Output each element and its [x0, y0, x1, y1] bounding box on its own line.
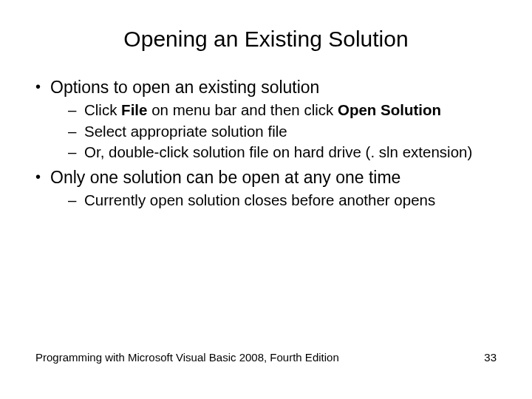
- footer-left: Programming with Microsoft Visual Basic …: [35, 351, 339, 364]
- bullet-1-sub-1: Click File on menu bar and then click Op…: [68, 100, 502, 120]
- bullet-1-sub-2: Select appropriate solution file: [68, 122, 502, 142]
- bullet-2-sub-1: Currently open solution closes before an…: [68, 191, 502, 211]
- slide-title: Opening an Existing Solution: [30, 27, 502, 52]
- bold-file: File: [121, 101, 147, 118]
- bullet-1-text: Options to open an existing solution: [50, 78, 319, 97]
- bullet-1: Options to open an existing solution Cli…: [34, 77, 502, 163]
- text: Click: [84, 101, 121, 118]
- bullet-list: Options to open an existing solution Cli…: [34, 77, 502, 210]
- footer: Programming with Microsoft Visual Basic …: [35, 351, 497, 364]
- bullet-1-sub-3: Or, double-click solution file on hard d…: [68, 143, 502, 163]
- bullet-2-text: Only one solution can be open at any one…: [50, 168, 400, 187]
- bullet-1-sub: Click File on menu bar and then click Op…: [68, 100, 502, 163]
- bullet-2: Only one solution can be open at any one…: [34, 167, 502, 211]
- text: on menu bar and then click: [147, 101, 338, 118]
- page-number: 33: [484, 351, 497, 364]
- bold-open-solution: Open Solution: [338, 101, 441, 118]
- bullet-2-sub: Currently open solution closes before an…: [68, 191, 502, 211]
